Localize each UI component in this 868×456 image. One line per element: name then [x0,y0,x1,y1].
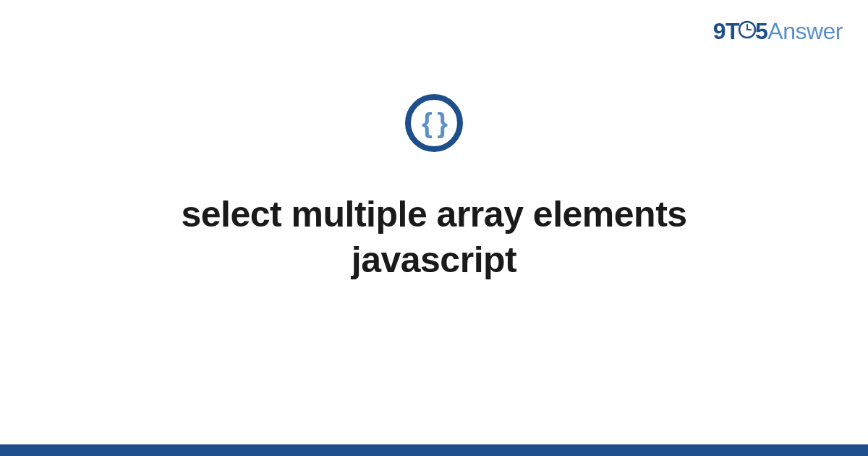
logo-nine: 9 [713,18,726,44]
topic-icon-circle: { } [405,94,463,152]
site-logo[interactable]: 9T5Answer [713,18,843,46]
footer-accent-bar [0,444,868,456]
clock-icon [738,18,757,45]
logo-five: 5 [755,18,767,44]
logo-answer: Answer [767,18,843,44]
page-title: select multiple array elements javascrip… [109,192,760,282]
main-content: { } select multiple array elements javas… [0,94,868,282]
code-braces-icon: { } [422,108,446,139]
